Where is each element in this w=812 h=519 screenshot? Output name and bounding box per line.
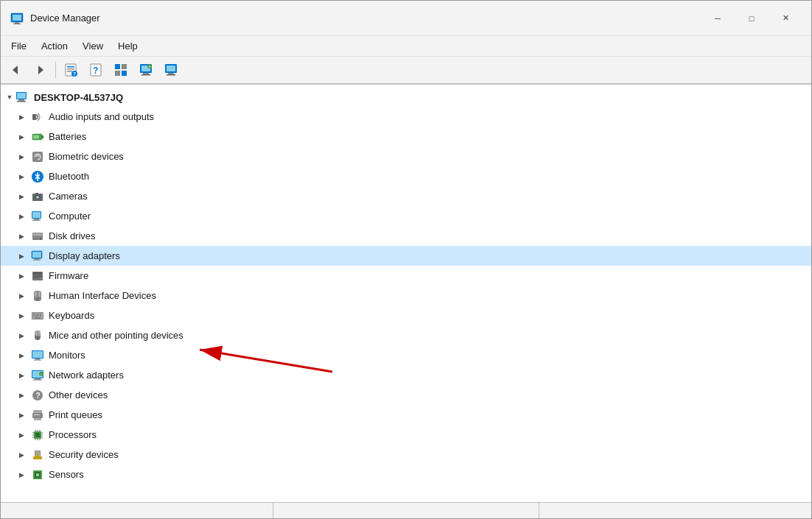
svg-rect-1 [13, 15, 21, 21]
cameras-label: Cameras [49, 191, 88, 202]
svg-rect-58 [33, 278, 39, 278]
computer-expand-icon[interactable]: ▶ [15, 211, 27, 222]
mice-expand-icon[interactable]: ▶ [15, 330, 27, 342]
tree-item-bluetooth[interactable]: ▶ Bluetooth [1, 166, 811, 186]
window-title: Device Manager [30, 13, 701, 24]
cameras-expand-icon[interactable]: ▶ [15, 191, 27, 202]
help-button[interactable]: ? [84, 59, 108, 81]
status-section-3 [539, 503, 805, 518]
svg-rect-30 [18, 99, 24, 101]
hid-expand-icon[interactable]: ▶ [15, 290, 27, 302]
network-expand-icon[interactable]: ▶ [15, 370, 27, 381]
svg-rect-7 [67, 66, 74, 68]
svg-rect-90 [32, 413, 43, 418]
svg-rect-66 [35, 314, 37, 315]
monitors-expand-icon[interactable]: ▶ [15, 350, 27, 361]
tree-item-display[interactable]: ▶ Display adapters [1, 246, 811, 266]
cameras-icon [30, 189, 45, 204]
tree-panel[interactable]: ▼ DESKTOP-4L537JQ ▶ [1, 85, 811, 502]
svg-text:?: ? [93, 66, 98, 76]
other-icon: ? [30, 388, 45, 403]
svg-rect-20 [143, 73, 149, 74]
bluetooth-expand-icon[interactable]: ▶ [15, 171, 27, 183]
tree-item-monitors[interactable]: ▶ Monitors [1, 345, 811, 365]
other-label: Other devices [49, 389, 108, 400]
svg-rect-65 [33, 314, 35, 315]
security-icon [30, 448, 45, 462]
svg-point-110 [37, 453, 39, 455]
keyboards-label: Keyboards [49, 310, 94, 321]
svg-rect-14 [115, 64, 120, 69]
properties-button[interactable]: ? [59, 59, 83, 81]
svg-text:?: ? [73, 71, 76, 77]
tree-item-mice[interactable]: ▶ Mice and other pointing devices [1, 325, 811, 345]
maximize-button[interactable]: □ [735, 7, 769, 30]
tree-item-keyboards[interactable]: ▶ Keyboards [1, 306, 811, 325]
root-expand-icon[interactable]: ▼ [4, 91, 15, 103]
sensors-label: Sensors [49, 469, 84, 480]
tree-item-other[interactable]: ▶ ? Other devices [1, 385, 811, 405]
audio-expand-icon[interactable]: ▶ [15, 111, 27, 123]
tree-item-cameras[interactable]: ▶ Cameras [1, 186, 811, 206]
disk-expand-icon[interactable]: ▶ [15, 230, 27, 242]
forward-button[interactable] [29, 59, 52, 81]
svg-rect-84 [33, 379, 42, 380]
svg-point-40 [36, 196, 39, 199]
batteries-expand-icon[interactable]: ▶ [15, 131, 27, 143]
svg-rect-91 [34, 418, 41, 420]
keyboards-expand-icon[interactable]: ▶ [15, 310, 27, 322]
svg-point-93 [40, 414, 41, 416]
svg-rect-57 [33, 276, 42, 277]
keyboards-icon [30, 308, 45, 323]
scan-button[interactable]: + [134, 59, 158, 81]
minimize-button[interactable]: ─ [701, 7, 735, 30]
disk-icon [30, 229, 45, 244]
tree-item-biometric[interactable]: ▶ Biometric devices [1, 146, 811, 166]
tree-item-security[interactable]: ▶ Security devices [1, 445, 811, 465]
svg-rect-3 [13, 24, 21, 24]
sensors-expand-icon[interactable]: ▶ [15, 469, 27, 481]
svg-text:+: + [149, 64, 151, 68]
mice-icon [30, 328, 45, 343]
processors-expand-icon[interactable]: ▶ [15, 429, 27, 441]
status-bar [1, 502, 811, 518]
display-expand-icon[interactable]: ▶ [15, 250, 27, 262]
biometric-expand-icon[interactable]: ▶ [15, 151, 27, 163]
toggle-button[interactable] [109, 59, 133, 81]
menu-action[interactable]: Action [34, 39, 75, 53]
menu-view[interactable]: View [75, 39, 111, 53]
svg-rect-21 [141, 74, 150, 76]
firmware-expand-icon[interactable]: ▶ [15, 270, 27, 282]
other-expand-icon[interactable]: ▶ [15, 389, 27, 401]
firmware-label: Firmware [49, 270, 88, 281]
print-expand-icon[interactable]: ▶ [15, 409, 27, 421]
title-bar: Device Manager ─ □ ✕ [1, 1, 811, 36]
tree-root-item[interactable]: ▼ DESKTOP-4L537JQ [1, 88, 811, 107]
update-button[interactable] [159, 59, 183, 81]
menu-file[interactable]: File [4, 39, 34, 53]
tree-item-sensors[interactable]: ▶ Sensors [1, 465, 811, 484]
tree-item-processors[interactable]: ▶ [1, 425, 811, 445]
tree-item-disk[interactable]: ▶ Disk drives [1, 226, 811, 246]
audio-label: Audio inputs and outputs [49, 111, 154, 122]
tree-item-computer[interactable]: ▶ Computer [1, 206, 811, 226]
menu-help[interactable]: Help [111, 39, 145, 53]
back-button[interactable] [4, 59, 27, 81]
monitors-icon [30, 348, 45, 363]
tree-item-network[interactable]: ▶ ↑ Network adapters [1, 365, 811, 385]
security-expand-icon[interactable]: ▶ [15, 449, 27, 461]
svg-rect-43 [32, 212, 41, 218]
svg-rect-52 [35, 258, 39, 260]
svg-rect-53 [33, 259, 41, 260]
print-icon [30, 408, 45, 423]
svg-rect-45 [32, 219, 41, 220]
close-button[interactable]: ✕ [769, 7, 802, 30]
tree-item-audio[interactable]: ▶ Audio inputs and outputs [1, 107, 811, 127]
tree-item-print[interactable]: ▶ Print queues [1, 405, 811, 425]
tree-item-hid[interactable]: ▶ Human Interface Devices [1, 286, 811, 306]
svg-rect-31 [17, 101, 26, 102]
tree-item-batteries[interactable]: ▶ Batteries [1, 127, 811, 146]
svg-rect-47 [33, 233, 42, 236]
tree-item-firmware[interactable]: ▶ Firmware [1, 266, 811, 286]
device-manager-window: Device Manager ─ □ ✕ File Action View He… [0, 0, 812, 519]
